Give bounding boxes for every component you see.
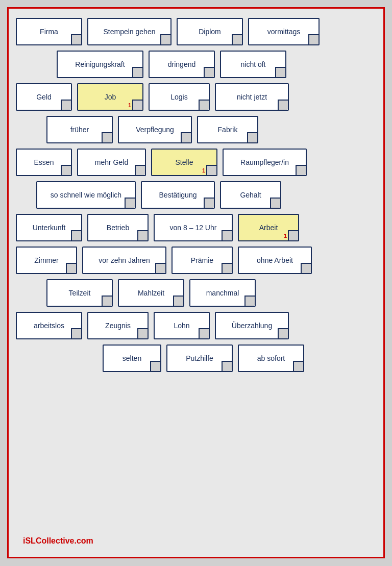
card-9-2[interactable]: Lohn (154, 312, 210, 339)
card-2-1[interactable]: Job1 (77, 83, 143, 111)
card-5-2[interactable]: Gehalt (220, 181, 281, 209)
card-text-9-0: arbeitslos (34, 322, 64, 330)
card-text-7-1: vor zehn Jahren (99, 256, 150, 265)
card-4-2[interactable]: Stelle1 (151, 149, 217, 176)
card-number-6-3: 1 (284, 233, 287, 239)
card-number-4-2: 1 (202, 167, 205, 174)
card-7-0[interactable]: Zimmer (16, 247, 77, 274)
card-row-10: seltenPutzhilfeab sofort (103, 344, 376, 372)
card-row-4: Essenmehr GeldStelle1Raumpfleger/in (16, 149, 376, 176)
card-8-1[interactable]: Mahlzeit (118, 279, 184, 307)
card-5-1[interactable]: Bestätigung (141, 181, 215, 209)
card-row-2: GeldJob1Logisnicht jetzt (16, 83, 376, 111)
card-row-3: früherVerpflegungFabrik (46, 116, 376, 143)
card-1-2[interactable]: nicht oft (220, 51, 286, 78)
card-3-1[interactable]: Verpflegung (118, 116, 192, 143)
card-text-0-1: Stempeln gehen (104, 28, 156, 36)
card-text-2-1: Job (105, 93, 116, 102)
card-text-6-0: Unterkunft (33, 224, 66, 232)
card-text-0-3: vormittags (267, 28, 301, 36)
card-text-7-2: Prämie (191, 256, 213, 265)
card-8-0[interactable]: Teilzeit (46, 279, 113, 307)
card-4-3[interactable]: Raumpfleger/in (223, 149, 307, 176)
card-6-3[interactable]: Arbeit1 (238, 214, 299, 241)
card-row-7: Zimmervor zehn JahrenPrämieohne Arbeit (16, 247, 376, 274)
card-text-2-0: Geld (36, 93, 52, 102)
card-text-1-2: nicht oft (240, 60, 265, 69)
card-text-2-3: nicht jetzt (237, 93, 267, 102)
card-10-0[interactable]: selten (103, 344, 161, 372)
card-9-3[interactable]: Überzahlung (215, 312, 289, 339)
watermark-text: iSLCollective.com (23, 536, 93, 546)
card-text-10-0: selten (122, 354, 141, 363)
card-0-2[interactable]: Diplom (177, 18, 243, 45)
card-text-6-3: Arbeit (259, 224, 278, 232)
card-5-0[interactable]: so schnell wie möglich (36, 181, 136, 209)
card-text-8-0: Teilzeit (69, 289, 91, 298)
card-4-0[interactable]: Essen (16, 149, 72, 176)
card-text-4-0: Essen (34, 158, 54, 167)
card-text-7-3: ohne Arbeit (257, 256, 293, 265)
card-text-2-2: Logis (170, 93, 187, 102)
card-text-6-1: Betrieb (107, 224, 129, 232)
card-text-7-0: Zimmer (34, 256, 58, 265)
card-10-1[interactable]: Putzhilfe (166, 344, 233, 372)
card-text-4-3: Raumpfleger/in (240, 158, 289, 167)
cards-grid: FirmaStempeln gehenDiplomvormittagsReini… (16, 18, 376, 372)
card-row-5: so schnell wie möglichBestätigungGehalt (36, 181, 376, 209)
card-7-3[interactable]: ohne Arbeit (238, 247, 312, 274)
card-row-6: UnterkunftBetriebvon 8 – 12 UhrArbeit1 (16, 214, 376, 241)
card-9-1[interactable]: Zeugnis (87, 312, 149, 339)
card-text-0-2: Diplom (199, 28, 221, 36)
card-7-1[interactable]: vor zehn Jahren (82, 247, 166, 274)
card-text-5-1: Bestätigung (159, 191, 197, 200)
card-3-0[interactable]: früher (46, 116, 113, 143)
card-9-0[interactable]: arbeitslos (16, 312, 82, 339)
card-row-1: Reinigungskraftdringendnicht oft (57, 51, 376, 78)
card-text-9-2: Lohn (174, 322, 189, 330)
card-0-0[interactable]: Firma (16, 18, 82, 45)
card-text-1-0: Reinigungskraft (75, 60, 125, 69)
card-0-3[interactable]: vormittags (248, 18, 320, 45)
card-1-1[interactable]: dringend (149, 51, 215, 78)
card-row-8: TeilzeitMahlzeitmanchmal (46, 279, 376, 307)
card-text-8-2: manchmal (206, 289, 239, 298)
card-3-2[interactable]: Fabrik (197, 116, 258, 143)
card-text-6-2: von 8 – 12 Uhr (170, 224, 217, 232)
page: FirmaStempeln gehenDiplomvormittagsReini… (7, 7, 385, 558)
card-2-3[interactable]: nicht jetzt (215, 83, 289, 111)
card-text-4-2: Stelle (175, 158, 193, 167)
card-2-0[interactable]: Geld (16, 83, 72, 111)
card-0-1[interactable]: Stempeln gehen (87, 18, 172, 45)
card-text-9-1: Zeugnis (105, 322, 131, 330)
card-10-2[interactable]: ab sofort (238, 344, 304, 372)
card-text-1-1: dringend (168, 60, 196, 69)
card-number-2-1: 1 (128, 102, 131, 108)
card-row-9: arbeitslosZeugnisLohnÜberzahlung (16, 312, 376, 339)
card-2-2[interactable]: Logis (149, 83, 210, 111)
card-row-0: FirmaStempeln gehenDiplomvormittags (16, 18, 376, 45)
card-text-3-2: Fabrik (218, 126, 238, 134)
card-text-3-1: Verpflegung (136, 126, 174, 134)
card-1-0[interactable]: Reinigungskraft (57, 51, 143, 78)
card-text-10-2: ab sofort (257, 354, 285, 363)
card-text-10-1: Putzhilfe (186, 354, 213, 363)
card-text-5-2: Gehalt (240, 191, 261, 200)
card-8-2[interactable]: manchmal (189, 279, 256, 307)
card-6-0[interactable]: Unterkunft (16, 214, 82, 241)
card-text-4-1: mehr Geld (95, 158, 128, 167)
card-text-9-3: Überzahlung (232, 322, 272, 330)
card-6-2[interactable]: von 8 – 12 Uhr (154, 214, 233, 241)
card-text-5-0: so schnell wie möglich (51, 191, 121, 200)
card-7-2[interactable]: Prämie (172, 247, 233, 274)
card-4-1[interactable]: mehr Geld (77, 149, 146, 176)
card-text-0-0: Firma (40, 28, 58, 36)
card-6-1[interactable]: Betrieb (87, 214, 149, 241)
card-text-8-1: Mahlzeit (138, 289, 164, 298)
card-text-3-0: früher (70, 126, 89, 134)
